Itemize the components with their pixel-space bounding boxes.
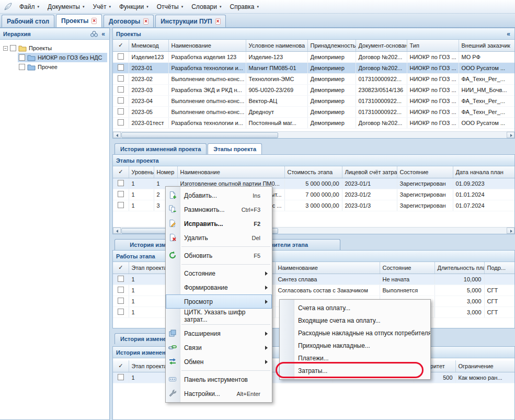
column-header[interactable]: Принадлежность <box>307 40 356 51</box>
table-row[interactable]: 2023-01тестРазработка технологии и...Пос… <box>113 117 515 128</box>
column-header[interactable]: Длительность план▼ <box>434 262 484 274</box>
menu-help[interactable]: Справка▾ <box>226 1 262 13</box>
search-icon[interactable] <box>90 30 98 38</box>
row-checkbox[interactable] <box>118 53 124 60</box>
column-header[interactable]: Наименование <box>177 166 284 178</box>
submenu-item-payments[interactable]: Платежи... <box>280 352 430 365</box>
menu-item-delete[interactable]: УдалитьDel <box>166 231 272 245</box>
tab-label: Инструкции ПУП <box>161 18 212 25</box>
menu-reports[interactable]: Отчёты▾ <box>153 1 187 13</box>
row-checkbox[interactable] <box>118 108 124 115</box>
tab-close-icon[interactable]: × <box>91 18 97 24</box>
horizontal-scrollbar[interactable] <box>113 131 514 138</box>
table-row[interactable]: 2023-04Выполнение опытно-конс...Вектор-А… <box>113 95 515 106</box>
column-header[interactable]: Мнемокод <box>129 40 168 51</box>
scroll-left-icon[interactable] <box>113 132 121 138</box>
menu-item-view[interactable]: Просмотр <box>166 294 272 309</box>
menu-item-refresh[interactable]: ОбновитьF5 <box>166 248 272 263</box>
menu-item-add[interactable]: Добавить...Ins <box>166 188 272 202</box>
column-header[interactable]: Наименование <box>275 262 380 274</box>
menu-dictionaries[interactable]: Словари▾ <box>188 1 225 13</box>
select-all-header[interactable]: ✓ <box>113 166 129 178</box>
table-row[interactable]: 2023-03Разработка ЭКД и РКД н...905-U020… <box>113 84 515 95</box>
column-header[interactable]: Ограничение <box>455 360 515 372</box>
menu-documents[interactable]: Документы▾ <box>44 1 88 13</box>
menu-item-toolbar[interactable]: Панель инструментов <box>166 372 272 387</box>
column-header[interactable]: Подр... <box>484 262 515 274</box>
select-all-header[interactable]: ✓ <box>113 360 129 372</box>
tab-project-history[interactable]: История изменений проекта <box>115 143 207 154</box>
cell: СГТ <box>484 285 515 296</box>
table-row[interactable]: 2023-02Выполнение опытно-конс...Технолог… <box>113 73 515 84</box>
tree-item-other[interactable]: Прочее <box>18 62 107 72</box>
tree-collapse-icon[interactable]: − <box>3 46 8 51</box>
tree-item-niokr-goz[interactable]: НИОКР по ГОЗ без НДС <box>18 53 107 62</box>
column-header[interactable]: Тип <box>407 40 459 51</box>
column-header[interactable]: Стоимость этапа <box>284 166 342 178</box>
scroll-right-icon[interactable] <box>507 132 514 138</box>
column-header[interactable]: Дата начала план <box>453 166 514 178</box>
column-header[interactable]: Условное наименова <box>246 40 307 51</box>
menu-item-links[interactable]: Связи <box>166 340 272 355</box>
row-checkbox[interactable] <box>118 202 124 208</box>
tree-checkbox[interactable] <box>10 45 16 51</box>
tree-checkbox[interactable] <box>19 54 25 61</box>
menu-functions[interactable]: Функции▾ <box>116 1 152 13</box>
table-row[interactable]: 2023-05Выполнение опытно-конс...Дредноут… <box>113 106 515 117</box>
collapse-panel-icon[interactable]: « <box>100 31 106 37</box>
tree-item-projects[interactable]: − Проекты <box>2 43 107 53</box>
submenu-item-incoming-invoices[interactable]: Входящие счета на оплату... <box>280 314 430 327</box>
column-header[interactable]: Документ-основан <box>356 40 407 51</box>
cell: 2023-04 <box>129 95 168 106</box>
submenu-item-costs[interactable]: Затраты... <box>280 365 430 377</box>
row-checkbox[interactable] <box>118 191 124 197</box>
tab-close-icon[interactable]: × <box>143 18 148 25</box>
menu-item-state[interactable]: Состояние <box>166 266 272 280</box>
row-checkbox[interactable] <box>118 374 124 380</box>
row-checkbox[interactable] <box>118 64 124 71</box>
menu-item-exchange[interactable]: Обмен <box>166 355 272 369</box>
menu-file[interactable]: Файл▾ <box>16 1 43 13</box>
menu-item-edit[interactable]: Исправить...F2 <box>166 217 272 231</box>
tab-close-icon[interactable]: × <box>215 18 221 25</box>
scrollbar-thumb[interactable] <box>121 132 278 138</box>
scroll-right-icon[interactable] <box>507 228 514 234</box>
submenu-item-receipt-waybills[interactable]: Приходные накладные... <box>280 339 430 352</box>
row-checkbox[interactable] <box>118 86 124 93</box>
column-header[interactable]: Номер <box>154 166 177 178</box>
tab-desktop[interactable]: Рабочий стол <box>2 15 54 27</box>
column-header[interactable]: Состояние <box>380 262 434 274</box>
column-header[interactable]: Состояние <box>397 166 453 178</box>
tab-contracts[interactable]: Договоры× <box>104 15 154 27</box>
tab-instructions-pup[interactable]: Инструкции ПУП× <box>155 15 225 27</box>
menu-accounting[interactable]: Учёт▾ <box>89 1 115 13</box>
menu-item-extensions[interactable]: Расширения <box>166 326 272 340</box>
row-checkbox[interactable] <box>118 276 124 282</box>
column-header[interactable]: Лицевой счёт затрат <box>342 166 397 178</box>
tab-project-stages[interactable]: Этапы проекта <box>208 143 262 154</box>
table-row[interactable]: Изделие123Разработка изделия 123Изделие-… <box>113 51 515 62</box>
select-all-header[interactable]: ✓ <box>113 262 129 274</box>
menu-item-formation[interactable]: Формирование <box>166 280 272 294</box>
table-row[interactable]: 2023-01Разработка технологии и...Магнит … <box>113 62 515 73</box>
scroll-left-icon[interactable] <box>113 228 121 234</box>
column-header[interactable]: Наименование <box>168 40 246 51</box>
row-checkbox[interactable] <box>118 180 124 186</box>
row-checkbox[interactable] <box>118 119 124 126</box>
row-checkbox[interactable] <box>118 298 124 304</box>
row-checkbox[interactable] <box>118 75 124 82</box>
tree-checkbox[interactable] <box>19 64 25 70</box>
column-header[interactable]: Уровень <box>129 166 154 178</box>
column-header[interactable]: Внешний заказчик <box>459 40 515 51</box>
row-checkbox[interactable] <box>118 287 124 293</box>
menu-item-duplicate[interactable]: Размножить...Ctrl+F3 <box>166 202 272 217</box>
row-checkbox[interactable] <box>118 309 124 315</box>
submenu-item-invoices[interactable]: Счета на оплату... <box>280 302 430 314</box>
menu-item-citk-cost-code[interactable]: ЦИТК. Указать шифр затрат... <box>166 309 272 323</box>
collapse-panel-icon[interactable]: « <box>506 31 511 37</box>
submenu-item-consumer-waybills[interactable]: Расходные накладные на отпуск потребител… <box>280 327 430 339</box>
menu-item-settings[interactable]: Настройки...Alt+Enter <box>166 387 272 401</box>
tab-projects[interactable]: Проекты× <box>56 14 102 27</box>
row-checkbox[interactable] <box>118 97 124 104</box>
select-all-header[interactable]: ✓ <box>113 40 129 51</box>
